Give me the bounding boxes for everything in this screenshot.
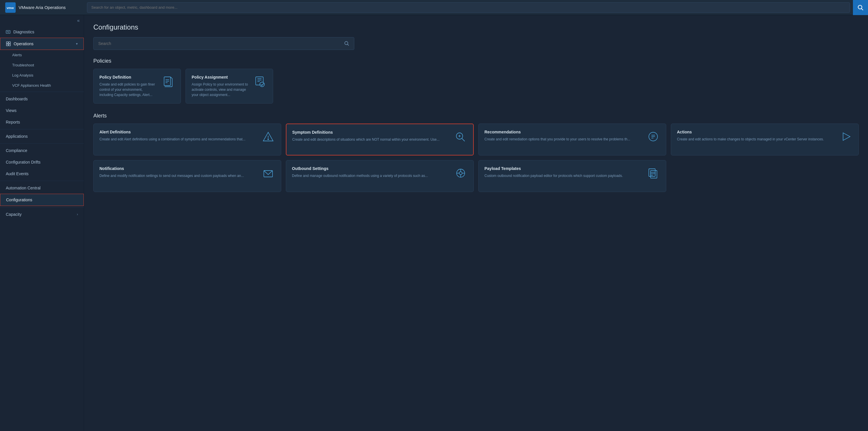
card-symptom-definitions-desc: Create and edit descriptions of situatio… — [292, 137, 449, 142]
payload-templates-icon — [646, 166, 660, 180]
svg-line-13 — [348, 44, 349, 46]
sidebar-divider-3 — [0, 143, 84, 144]
sidebar-item-reports-label: Reports — [6, 120, 20, 124]
sidebar-item-applications[interactable]: Applications — [0, 130, 84, 142]
operations-chevron-icon: ▾ — [76, 42, 78, 46]
policy-assign-icon — [253, 75, 267, 89]
card-actions-content: Actions Create and edit actions to make … — [677, 130, 834, 142]
card-recommendations-desc: Create and edit remediation options that… — [485, 136, 642, 142]
sidebar-item-capacity[interactable]: Capacity › — [0, 209, 84, 220]
card-policy-definition-content: Policy Definition Create and edit polici… — [99, 75, 156, 97]
card-outbound-settings-content: Outbound Settings Define and manage outb… — [292, 166, 449, 178]
card-symptom-definitions-title: Symptom Definitions — [292, 130, 449, 134]
card-symptom-definitions-content: Symptom Definitions Create and edit desc… — [292, 130, 449, 142]
sidebar-collapse-area[interactable]: « — [0, 15, 84, 26]
main-content: Configurations Policies Policy Definitio… — [84, 15, 868, 431]
svg-rect-3 — [6, 30, 10, 33]
global-search-bar[interactable] — [87, 2, 850, 13]
sidebar-collapse-button[interactable]: « — [77, 18, 80, 23]
sidebar-item-vcf-health-label: VCF Appliances Health — [12, 83, 51, 88]
sidebar-divider-4 — [0, 181, 84, 181]
sidebar-item-compliance[interactable]: Compliance — [0, 145, 84, 156]
sidebar-item-automation-central-label: Automation Central — [6, 186, 40, 190]
notifications-icon — [261, 166, 275, 180]
outbound-settings-icon — [454, 166, 468, 180]
card-alert-definitions[interactable]: Alert Definitions Create and edit Alert … — [93, 124, 281, 155]
svg-point-1 — [858, 5, 862, 9]
card-actions[interactable]: Actions Create and edit actions to make … — [671, 124, 859, 155]
card-alert-definitions-content: Alert Definitions Create and edit Alert … — [99, 130, 256, 142]
card-payload-templates[interactable]: Payload Templates Custom outbound notifi… — [478, 160, 666, 192]
card-policy-assignment-content: Policy Assignment Assign Policy to your … — [192, 75, 248, 97]
capacity-chevron-icon: › — [77, 212, 78, 216]
sidebar-item-reports[interactable]: Reports — [0, 116, 84, 128]
svg-rect-9 — [9, 42, 10, 43]
card-alert-definitions-desc: Create and edit Alert definitions using … — [99, 136, 256, 142]
sidebar-item-alerts-label: Alerts — [12, 53, 22, 57]
content-search-bar[interactable] — [93, 37, 354, 50]
svg-rect-43 — [651, 171, 657, 178]
sidebar-item-dashboards-label: Dashboards — [6, 97, 28, 101]
card-payload-templates-content: Payload Templates Custom outbound notifi… — [485, 166, 642, 178]
sidebar-item-diagnostics[interactable]: Diagnostics — [0, 26, 84, 38]
svg-rect-10 — [6, 44, 8, 46]
sidebar-item-troubleshoot[interactable]: Troubleshoot — [0, 60, 84, 70]
svg-point-12 — [345, 41, 348, 45]
svg-text:vmw: vmw — [7, 6, 14, 9]
sidebar-divider-2 — [0, 129, 84, 129]
sidebar-item-configurations[interactable]: Configurations — [0, 194, 84, 206]
global-search-input[interactable] — [91, 5, 846, 9]
sidebar-item-configurations-label: Configurations — [6, 197, 32, 202]
topbar: vmw VMware Aria Operations — [0, 0, 868, 15]
sidebar-item-alerts[interactable]: Alerts — [0, 50, 84, 60]
policies-cards-grid: Policy Definition Create and edit polici… — [93, 69, 273, 103]
card-notifications-content: Notifications Define and modify notifica… — [99, 166, 256, 178]
content-search-icon — [344, 41, 349, 46]
sidebar-divider-1 — [0, 92, 84, 92]
svg-line-6 — [8, 32, 9, 32]
card-policy-assignment-desc: Assign Policy to your environment to act… — [192, 82, 248, 97]
sidebar-item-operations[interactable]: Operations ▾ — [0, 38, 84, 50]
card-payload-templates-desc: Custom outbound notification payload edi… — [485, 173, 642, 178]
svg-line-27 — [462, 138, 465, 141]
card-actions-title: Actions — [677, 130, 834, 134]
policy-def-icon — [161, 75, 175, 89]
card-recommendations[interactable]: Recommendations Create and edit remediat… — [478, 124, 666, 155]
card-notifications[interactable]: Notifications Define and modify notifica… — [93, 160, 281, 192]
card-policy-assignment[interactable]: Policy Assignment Assign Policy to your … — [186, 69, 273, 103]
svg-line-2 — [862, 8, 863, 10]
policies-section-title: Policies — [93, 58, 859, 64]
card-recommendations-content: Recommendations Create and edit remediat… — [485, 130, 642, 142]
sidebar-item-vcf-health[interactable]: VCF Appliances Health — [0, 80, 84, 91]
sidebar-item-views[interactable]: Views — [0, 105, 84, 116]
brand-area: vmw VMware Aria Operations — [0, 2, 84, 13]
svg-point-25 — [268, 139, 269, 140]
svg-line-7 — [9, 32, 9, 32]
sidebar-item-config-drifts-label: Configuration Drifts — [6, 160, 40, 164]
card-payload-templates-title: Payload Templates — [485, 166, 642, 171]
sidebar: « Diagnostics Operations ▾ Alerts — [0, 15, 84, 431]
card-alert-definitions-title: Alert Definitions — [99, 130, 256, 134]
card-notifications-desc: Define and modify notification settings … — [99, 173, 256, 178]
global-search-button[interactable] — [853, 0, 868, 15]
sidebar-item-views-label: Views — [6, 108, 17, 113]
content-search-input[interactable] — [98, 41, 344, 46]
card-outbound-settings[interactable]: Outbound Settings Define and manage outb… — [286, 160, 474, 192]
sidebar-item-log-analysis[interactable]: Log Analysis — [0, 70, 84, 80]
sidebar-item-automation-central[interactable]: Automation Central — [0, 182, 84, 194]
alerts-section-title: Alerts — [93, 113, 859, 119]
card-policy-definition[interactable]: Policy Definition Create and edit polici… — [93, 69, 181, 103]
card-policy-definition-title: Policy Definition — [99, 75, 156, 80]
sidebar-item-capacity-label: Capacity — [6, 212, 22, 217]
svg-marker-34 — [843, 133, 850, 141]
sidebar-item-compliance-label: Compliance — [6, 148, 27, 153]
sidebar-item-dashboards[interactable]: Dashboards — [0, 93, 84, 105]
card-policy-assignment-title: Policy Assignment — [192, 75, 248, 80]
svg-point-37 — [459, 172, 462, 175]
sidebar-item-config-drifts[interactable]: Configuration Drifts — [0, 156, 84, 168]
sidebar-item-audit-events[interactable]: Audit Events — [0, 168, 84, 180]
recommendations-icon — [646, 130, 660, 144]
sidebar-item-audit-events-label: Audit Events — [6, 172, 29, 176]
card-symptom-definitions[interactable]: Symptom Definitions Create and edit desc… — [286, 124, 474, 155]
svg-rect-8 — [6, 42, 8, 43]
